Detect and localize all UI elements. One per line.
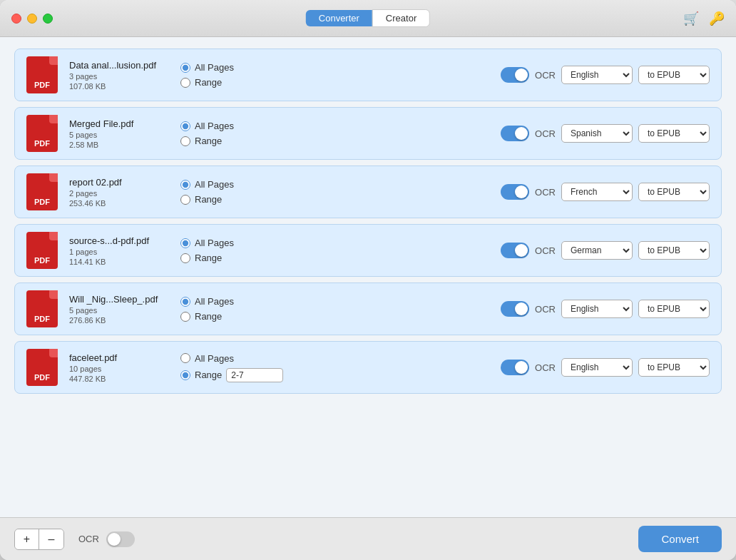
- minimize-button[interactable]: [27, 14, 37, 24]
- pdf-label: PDF: [34, 373, 50, 382]
- all-pages-option[interactable]: All Pages: [180, 238, 266, 248]
- language-select[interactable]: EnglishSpanishFrenchGermanItalianPortugu…: [561, 358, 633, 377]
- language-select[interactable]: EnglishSpanishFrenchGermanItalianPortugu…: [561, 241, 633, 260]
- all-pages-option[interactable]: All Pages: [180, 353, 283, 364]
- all-pages-option[interactable]: All Pages: [180, 62, 266, 73]
- all-pages-option[interactable]: All Pages: [180, 296, 266, 307]
- range-option[interactable]: Range: [180, 253, 266, 263]
- range-radio[interactable]: [180, 78, 190, 88]
- ocr-section: OCR EnglishSpanishFrenchGermanItalianPor…: [501, 66, 710, 84]
- range-radio[interactable]: [180, 312, 190, 322]
- format-select[interactable]: to EPUBto DOCXto XLSXto PPTXto TXTto HTM…: [638, 241, 710, 260]
- range-option[interactable]: Range: [180, 136, 266, 146]
- pdf-icon: PDF: [26, 349, 58, 386]
- ocr-toggle[interactable]: [501, 126, 529, 141]
- format-select[interactable]: to EPUBto DOCXto XLSXto PPTXto TXTto HTM…: [638, 358, 710, 377]
- global-ocr-toggle[interactable]: [106, 531, 135, 547]
- format-select[interactable]: to EPUBto DOCXto XLSXto PPTXto TXTto HTM…: [638, 300, 710, 318]
- file-name: Will _Nig...Sleep_.pdf: [69, 294, 169, 305]
- file-size: 276.86 KB: [69, 316, 169, 325]
- page-options: All Pages Range: [180, 62, 266, 88]
- range-option[interactable]: Range: [180, 77, 266, 88]
- range-option[interactable]: Range: [180, 194, 266, 205]
- all-pages-radio[interactable]: [180, 353, 190, 363]
- file-name: Merged File.pdf: [69, 118, 169, 129]
- range-radio[interactable]: [180, 253, 190, 263]
- range-radio[interactable]: [180, 370, 190, 380]
- file-info: faceleet.pdf 10 pages 447.82 KB: [69, 352, 169, 383]
- close-button[interactable]: [11, 14, 21, 24]
- file-info: source-s...d-pdf.pdf 1 pages 114.41 KB: [69, 235, 169, 266]
- range-radio[interactable]: [180, 195, 190, 205]
- range-option[interactable]: Range: [180, 368, 283, 382]
- ocr-section: OCR EnglishSpanishFrenchGermanItalianPor…: [501, 124, 710, 143]
- global-ocr-section: OCR: [78, 531, 135, 547]
- file-row: PDF faceleet.pdf 10 pages 447.82 KB All …: [14, 341, 722, 394]
- tab-creator[interactable]: Creator: [372, 9, 430, 27]
- page-options: All Pages Range: [180, 121, 266, 146]
- ocr-toggle[interactable]: [501, 301, 529, 317]
- file-row: PDF source-s...d-pdf.pdf 1 pages 114.41 …: [14, 224, 722, 277]
- titlebar: Converter Creator 🛒 🔑: [0, 0, 736, 37]
- file-name: Data anal...lusion.pdf: [69, 60, 169, 71]
- remove-file-button[interactable]: –: [39, 529, 63, 549]
- add-file-button[interactable]: +: [15, 529, 39, 549]
- traffic-lights: [11, 14, 53, 24]
- range-label: Range: [195, 253, 222, 263]
- pdf-icon: PDF: [26, 290, 58, 327]
- ocr-toggle[interactable]: [501, 67, 529, 83]
- all-pages-label: All Pages: [195, 179, 234, 190]
- file-size: 447.82 KB: [69, 375, 169, 383]
- maximize-button[interactable]: [43, 14, 53, 24]
- format-select[interactable]: to EPUBto DOCXto XLSXto PPTXto TXTto HTM…: [638, 66, 710, 84]
- all-pages-radio[interactable]: [180, 238, 190, 248]
- range-label: Range: [195, 311, 222, 322]
- file-row: PDF Data anal...lusion.pdf 3 pages 107.0…: [14, 49, 722, 101]
- all-pages-radio[interactable]: [180, 121, 190, 131]
- file-pages: 1 pages: [69, 248, 169, 256]
- all-pages-radio[interactable]: [180, 63, 190, 73]
- key-icon[interactable]: 🔑: [709, 11, 725, 26]
- ocr-label: OCR: [535, 128, 556, 139]
- tab-converter[interactable]: Converter: [306, 10, 372, 26]
- pdf-label: PDF: [34, 139, 50, 148]
- ocr-toggle[interactable]: [501, 184, 529, 200]
- ocr-toggle[interactable]: [501, 360, 529, 375]
- language-select[interactable]: EnglishSpanishFrenchGermanItalianPortugu…: [561, 66, 633, 84]
- pdf-label: PDF: [34, 81, 50, 89]
- range-label: Range: [195, 194, 222, 205]
- file-row: PDF Will _Nig...Sleep_.pdf 5 pages 276.8…: [14, 282, 722, 335]
- range-radio[interactable]: [180, 136, 190, 146]
- all-pages-option[interactable]: All Pages: [180, 179, 266, 190]
- pdf-icon: PDF: [26, 173, 58, 210]
- cart-icon[interactable]: 🛒: [683, 11, 699, 26]
- file-name: report 02.pdf: [69, 177, 169, 188]
- file-pages: 3 pages: [69, 72, 169, 81]
- all-pages-label: All Pages: [195, 121, 234, 131]
- format-select[interactable]: to EPUBto DOCXto XLSXto PPTXto TXTto HTM…: [638, 183, 710, 201]
- file-size: 114.41 KB: [69, 258, 169, 266]
- language-select[interactable]: EnglishSpanishFrenchGermanItalianPortugu…: [561, 124, 633, 143]
- all-pages-option[interactable]: All Pages: [180, 121, 266, 131]
- page-options: All Pages Range: [180, 296, 266, 322]
- range-input[interactable]: [226, 368, 283, 382]
- file-list: PDF Data anal...lusion.pdf 3 pages 107.0…: [0, 37, 736, 517]
- all-pages-radio[interactable]: [180, 297, 190, 307]
- pdf-label: PDF: [34, 256, 50, 265]
- all-pages-radio[interactable]: [180, 180, 190, 190]
- file-info: Merged File.pdf 5 pages 2.58 MB: [69, 118, 169, 149]
- all-pages-label: All Pages: [195, 62, 234, 73]
- ocr-label: OCR: [535, 245, 556, 256]
- format-select[interactable]: to EPUBto DOCXto XLSXto PPTXto TXTto HTM…: [638, 124, 710, 143]
- pdf-label: PDF: [34, 198, 50, 206]
- ocr-toggle[interactable]: [501, 243, 529, 258]
- file-info: Will _Nig...Sleep_.pdf 5 pages 276.86 KB: [69, 294, 169, 325]
- language-select[interactable]: EnglishSpanishFrenchGermanItalianPortugu…: [561, 183, 633, 201]
- pdf-icon: PDF: [26, 115, 58, 152]
- range-option[interactable]: Range: [180, 311, 266, 322]
- language-select[interactable]: EnglishSpanishFrenchGermanItalianPortugu…: [561, 300, 633, 318]
- tab-group: Converter Creator: [306, 9, 430, 27]
- convert-button[interactable]: Convert: [638, 526, 722, 552]
- file-pages: 5 pages: [69, 306, 169, 315]
- page-options: All Pages Range: [180, 179, 266, 205]
